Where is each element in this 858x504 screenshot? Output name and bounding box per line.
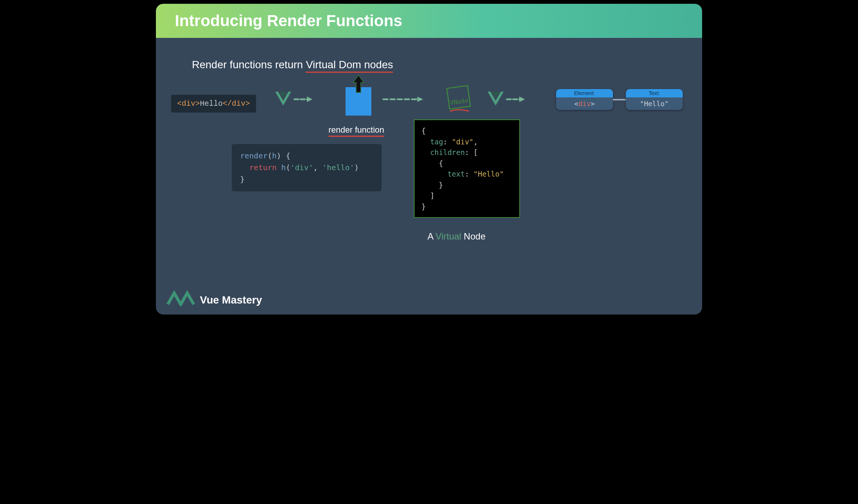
node-header: Element: <box>556 89 613 97</box>
node-connector <box>613 99 626 100</box>
brand-logo-icon <box>167 290 196 306</box>
slide: Introducing Render Functions Render func… <box>156 4 702 315</box>
arrow-up-icon <box>351 74 366 97</box>
open-tag: <div> <box>177 99 200 108</box>
subtitle-emphasis: Virtual Dom nodes <box>306 59 393 73</box>
title-bar: Introducing Render Functions <box>156 4 702 38</box>
code-vnode-snippet: { tag: "div", children: [ { text: "Hello… <box>414 119 520 218</box>
vnode-tile-icon: VNode <box>442 84 476 114</box>
slide-title: Introducing Render Functions <box>175 12 402 30</box>
vue-arrow-icon <box>486 88 528 111</box>
close-tag: </div> <box>223 99 250 108</box>
hello-text: Hello <box>200 99 223 108</box>
node-body: <div> <box>556 97 613 110</box>
dom-node-pair: Element: <div> Text: "Hello" <box>556 89 683 110</box>
node-body: "Hello" <box>626 97 683 110</box>
dom-node-text: Text: "Hello" <box>626 89 683 110</box>
code-render-snippet: render(h) { return h('div', 'hello') } <box>232 144 382 191</box>
vnode-caption: A Virtual Node <box>427 231 486 242</box>
render-function-label: render function <box>328 125 384 137</box>
dashed-arrow-icon <box>382 92 427 107</box>
subtitle-prefix: Render functions return <box>192 59 306 70</box>
code-hello-snippet: <div>Hello</div> <box>171 95 256 113</box>
brand: Vue Mastery <box>167 290 262 306</box>
dom-node-element: Element: <div> <box>556 89 613 110</box>
subtitle: Render functions return Virtual Dom node… <box>192 59 393 73</box>
vue-arrow-icon <box>273 88 315 111</box>
vnode-tile-label: VNode <box>449 97 468 106</box>
node-header: Text: <box>626 89 683 97</box>
brand-text: Vue Mastery <box>200 294 262 306</box>
